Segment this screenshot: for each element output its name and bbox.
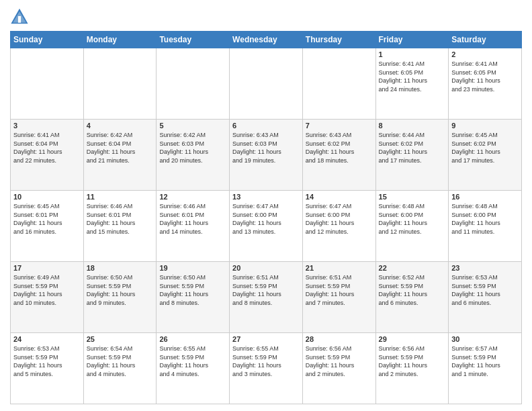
day-cell: 24Sunrise: 6:53 AM Sunset: 5:59 PM Dayli… — [11, 333, 84, 404]
day-number: 11 — [87, 193, 154, 201]
day-info: Sunrise: 6:42 AM Sunset: 6:03 PM Dayligh… — [159, 131, 226, 165]
day-cell: 21Sunrise: 6:51 AM Sunset: 5:59 PM Dayli… — [302, 262, 375, 333]
day-info: Sunrise: 6:45 AM Sunset: 6:01 PM Dayligh… — [13, 202, 81, 236]
day-number: 3 — [13, 122, 81, 130]
day-number: 4 — [87, 122, 154, 130]
week-row-3: 10Sunrise: 6:45 AM Sunset: 6:01 PM Dayli… — [11, 191, 522, 262]
day-number: 28 — [306, 335, 373, 343]
day-info: Sunrise: 6:47 AM Sunset: 6:00 PM Dayligh… — [232, 202, 300, 236]
day-info: Sunrise: 6:55 AM Sunset: 5:59 PM Dayligh… — [232, 345, 300, 378]
day-info: Sunrise: 6:46 AM Sunset: 6:01 PM Dayligh… — [87, 202, 154, 236]
logo-icon — [10, 7, 29, 26]
day-info: Sunrise: 6:56 AM Sunset: 5:59 PM Dayligh… — [306, 345, 373, 378]
day-number: 27 — [232, 335, 300, 343]
day-cell: 15Sunrise: 6:48 AM Sunset: 6:00 PM Dayli… — [375, 191, 449, 262]
day-info: Sunrise: 6:41 AM Sunset: 6:05 PM Dayligh… — [451, 60, 519, 93]
svg-rect-2 — [18, 16, 21, 23]
day-number: 23 — [451, 264, 519, 272]
day-cell: 18Sunrise: 6:50 AM Sunset: 5:59 PM Dayli… — [83, 262, 157, 333]
day-cell: 26Sunrise: 6:55 AM Sunset: 5:59 PM Dayli… — [157, 333, 230, 404]
calendar-table: SundayMondayTuesdayWednesdayThursdayFrid… — [10, 31, 522, 404]
day-cell: 23Sunrise: 6:53 AM Sunset: 5:59 PM Dayli… — [449, 262, 522, 333]
day-cell — [83, 48, 157, 120]
day-cell: 2Sunrise: 6:41 AM Sunset: 6:05 PM Daylig… — [449, 48, 522, 120]
day-cell: 9Sunrise: 6:45 AM Sunset: 6:02 PM Daylig… — [449, 120, 522, 191]
day-info: Sunrise: 6:44 AM Sunset: 6:02 PM Dayligh… — [379, 131, 446, 165]
day-cell: 6Sunrise: 6:43 AM Sunset: 6:03 PM Daylig… — [230, 120, 303, 191]
weekday-header-tuesday: Tuesday — [157, 32, 230, 48]
day-cell: 14Sunrise: 6:47 AM Sunset: 6:00 PM Dayli… — [302, 191, 375, 262]
day-number: 20 — [232, 264, 300, 272]
day-cell: 17Sunrise: 6:49 AM Sunset: 5:59 PM Dayli… — [11, 262, 84, 333]
day-cell: 5Sunrise: 6:42 AM Sunset: 6:03 PM Daylig… — [157, 120, 230, 191]
day-number: 26 — [159, 335, 226, 343]
weekday-header-wednesday: Wednesday — [230, 32, 303, 48]
header — [10, 7, 522, 26]
day-info: Sunrise: 6:48 AM Sunset: 6:00 PM Dayligh… — [379, 202, 446, 236]
day-info: Sunrise: 6:50 AM Sunset: 5:59 PM Dayligh… — [87, 273, 154, 307]
weekday-header-sunday: Sunday — [11, 32, 84, 48]
day-cell — [157, 48, 230, 120]
day-cell — [230, 48, 303, 120]
day-cell: 29Sunrise: 6:56 AM Sunset: 5:59 PM Dayli… — [375, 333, 449, 404]
day-info: Sunrise: 6:46 AM Sunset: 6:01 PM Dayligh… — [159, 202, 226, 236]
day-cell: 22Sunrise: 6:52 AM Sunset: 5:59 PM Dayli… — [375, 262, 449, 333]
day-number: 14 — [306, 193, 373, 201]
week-row-2: 3Sunrise: 6:41 AM Sunset: 6:04 PM Daylig… — [11, 120, 522, 191]
day-info: Sunrise: 6:48 AM Sunset: 6:00 PM Dayligh… — [451, 202, 519, 236]
day-info: Sunrise: 6:41 AM Sunset: 6:04 PM Dayligh… — [13, 131, 81, 165]
day-info: Sunrise: 6:43 AM Sunset: 6:02 PM Dayligh… — [306, 131, 373, 165]
day-number: 9 — [451, 122, 519, 130]
day-cell: 4Sunrise: 6:42 AM Sunset: 6:04 PM Daylig… — [83, 120, 157, 191]
day-cell: 3Sunrise: 6:41 AM Sunset: 6:04 PM Daylig… — [11, 120, 84, 191]
day-cell — [11, 48, 84, 120]
day-number: 8 — [379, 122, 446, 130]
day-number: 29 — [379, 335, 446, 343]
day-cell: 25Sunrise: 6:54 AM Sunset: 5:59 PM Dayli… — [83, 333, 157, 404]
day-cell: 11Sunrise: 6:46 AM Sunset: 6:01 PM Dayli… — [83, 191, 157, 262]
day-cell: 28Sunrise: 6:56 AM Sunset: 5:59 PM Dayli… — [302, 333, 375, 404]
day-info: Sunrise: 6:52 AM Sunset: 5:59 PM Dayligh… — [379, 273, 446, 307]
day-cell — [302, 48, 375, 120]
day-cell: 19Sunrise: 6:50 AM Sunset: 5:59 PM Dayli… — [157, 262, 230, 333]
day-info: Sunrise: 6:47 AM Sunset: 6:00 PM Dayligh… — [306, 202, 373, 236]
day-cell: 30Sunrise: 6:57 AM Sunset: 5:59 PM Dayli… — [449, 333, 522, 404]
week-row-4: 17Sunrise: 6:49 AM Sunset: 5:59 PM Dayli… — [11, 262, 522, 333]
day-number: 19 — [159, 264, 226, 272]
day-number: 13 — [232, 193, 300, 201]
logo — [10, 7, 32, 26]
week-row-5: 24Sunrise: 6:53 AM Sunset: 5:59 PM Dayli… — [11, 333, 522, 404]
day-number: 16 — [451, 193, 519, 201]
day-number: 5 — [159, 122, 226, 130]
day-cell: 16Sunrise: 6:48 AM Sunset: 6:00 PM Dayli… — [449, 191, 522, 262]
weekday-header-saturday: Saturday — [449, 32, 522, 48]
day-info: Sunrise: 6:45 AM Sunset: 6:02 PM Dayligh… — [451, 131, 519, 165]
day-number: 10 — [13, 193, 81, 201]
day-number: 21 — [306, 264, 373, 272]
day-info: Sunrise: 6:53 AM Sunset: 5:59 PM Dayligh… — [13, 345, 81, 378]
weekday-header-thursday: Thursday — [302, 32, 375, 48]
calendar-page: SundayMondayTuesdayWednesdayThursdayFrid… — [0, 0, 532, 411]
day-cell: 13Sunrise: 6:47 AM Sunset: 6:00 PM Dayli… — [230, 191, 303, 262]
day-number: 15 — [379, 193, 446, 201]
day-info: Sunrise: 6:41 AM Sunset: 6:05 PM Dayligh… — [379, 60, 446, 93]
day-info: Sunrise: 6:51 AM Sunset: 5:59 PM Dayligh… — [232, 273, 300, 307]
day-cell: 7Sunrise: 6:43 AM Sunset: 6:02 PM Daylig… — [302, 120, 375, 191]
day-number: 17 — [13, 264, 81, 272]
day-number: 2 — [451, 50, 519, 58]
day-number: 7 — [306, 122, 373, 130]
day-number: 22 — [379, 264, 446, 272]
day-number: 1 — [379, 50, 446, 58]
day-info: Sunrise: 6:42 AM Sunset: 6:04 PM Dayligh… — [87, 131, 154, 165]
day-number: 24 — [13, 335, 81, 343]
day-info: Sunrise: 6:57 AM Sunset: 5:59 PM Dayligh… — [451, 345, 519, 378]
weekday-header-friday: Friday — [375, 32, 449, 48]
day-info: Sunrise: 6:55 AM Sunset: 5:59 PM Dayligh… — [159, 345, 226, 378]
weekday-header-row: SundayMondayTuesdayWednesdayThursdayFrid… — [11, 32, 522, 48]
day-info: Sunrise: 6:49 AM Sunset: 5:59 PM Dayligh… — [13, 273, 81, 307]
day-info: Sunrise: 6:54 AM Sunset: 5:59 PM Dayligh… — [87, 345, 154, 378]
day-info: Sunrise: 6:43 AM Sunset: 6:03 PM Dayligh… — [232, 131, 300, 165]
day-cell: 27Sunrise: 6:55 AM Sunset: 5:59 PM Dayli… — [230, 333, 303, 404]
day-number: 18 — [87, 264, 154, 272]
weekday-header-monday: Monday — [83, 32, 157, 48]
